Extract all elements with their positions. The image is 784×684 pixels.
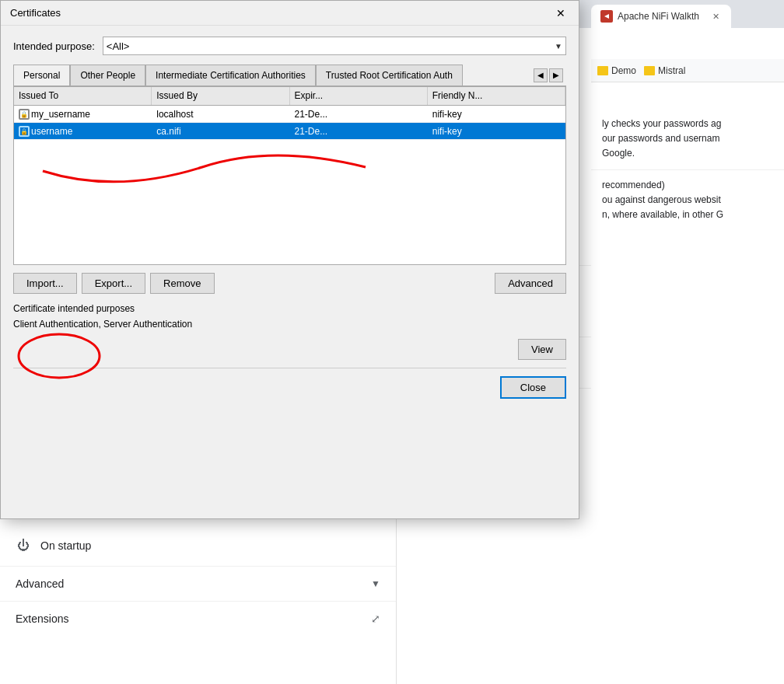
tab-intermediate-ca[interactable]: Intermediate Certification Authorities xyxy=(145,65,316,86)
extensions-item[interactable]: Extensions ⤢ xyxy=(0,602,396,636)
intended-purpose-value: <All> xyxy=(107,40,130,52)
certificate-icon: 🔒 xyxy=(19,109,30,120)
dropdown-arrow-icon: ▼ xyxy=(555,42,562,51)
cert-purposes-label: Certificate intended purposes xyxy=(13,303,566,314)
dialog-title: Certificates xyxy=(10,7,552,19)
tab-scroll-right[interactable]: ▶ xyxy=(549,68,563,82)
browser-tab[interactable]: Apache NiFi Walkth ✕ xyxy=(591,5,731,28)
cert-friendly-cell: nifi-key xyxy=(428,107,565,121)
cert-issued-to-cell: 🔒 username xyxy=(14,124,152,138)
cert-friendly-cell: nifi-key xyxy=(428,124,565,138)
dialog-content: Intended purpose: <All> ▼ Personal Other… xyxy=(1,26,579,410)
dialog-action-buttons: Import... Export... Remove Advanced xyxy=(13,273,566,294)
bg-text-1: ly checks your passwords ag xyxy=(602,117,773,131)
bg-text-6: n, where available, in other G xyxy=(602,208,773,222)
tab-other-people[interactable]: Other People xyxy=(70,65,145,86)
cert-expiry-cell: 21-De... xyxy=(290,124,428,138)
on-startup-item[interactable]: ⏻ On startup xyxy=(0,525,396,567)
certificates-dialog: Certificates ✕ Intended purpose: <All> ▼… xyxy=(0,0,579,519)
dialog-titlebar: Certificates ✕ xyxy=(1,1,579,26)
cert-row[interactable]: 🔒 username ca.nifi 21-De... nifi-key xyxy=(14,123,565,140)
intended-purpose-label: Intended purpose: xyxy=(13,40,95,52)
cert-issued-by-cell: localhost xyxy=(152,107,289,121)
bg-text-5: ou against dangerous websit xyxy=(602,193,773,208)
tab-trusted-root[interactable]: Trusted Root Certification Auth xyxy=(316,65,463,86)
col-issued-by: Issued By xyxy=(152,87,289,105)
cert-purposes-section: Certificate intended purposes Client Aut… xyxy=(13,303,566,330)
cert-expiry-cell: 21-De... xyxy=(290,107,428,121)
intended-purpose-row: Intended purpose: <All> ▼ xyxy=(13,37,566,55)
remove-button[interactable]: Remove xyxy=(150,273,214,294)
view-button-row: View xyxy=(13,339,566,360)
tab-favicon xyxy=(600,10,613,23)
folder-icon xyxy=(597,66,608,75)
close-button[interactable]: Close xyxy=(500,376,566,399)
certificate-icon: 🔒 xyxy=(19,126,30,137)
dialog-close-button[interactable]: ✕ xyxy=(552,5,569,22)
bookmark-mistral[interactable]: Mistral xyxy=(644,65,685,76)
cert-row[interactable]: 🔒 my_username localhost 21-De... nifi-ke… xyxy=(14,106,565,123)
bg-text-3: Google. xyxy=(602,146,773,161)
advanced-item[interactable]: Advanced ▼ xyxy=(0,567,396,602)
chevron-down-icon: ▼ xyxy=(371,578,380,589)
dialog-bottom-row: Close xyxy=(13,368,566,399)
tab-title: Apache NiFi Walkth xyxy=(618,11,699,22)
bookmark-label: Demo xyxy=(611,65,636,76)
col-friendly: Friendly N... xyxy=(428,87,565,105)
tab-personal[interactable]: Personal xyxy=(13,65,70,86)
external-link-icon: ⤢ xyxy=(371,612,380,625)
power-icon: ⏻ xyxy=(16,538,31,553)
cert-issued-by-cell: ca.nifi xyxy=(152,124,289,138)
bg-text-4: recommended) xyxy=(602,178,773,193)
view-button[interactable]: View xyxy=(518,339,566,360)
certificate-tabs: Personal Other People Intermediate Certi… xyxy=(13,65,566,86)
import-button[interactable]: Import... xyxy=(13,273,77,294)
intended-purpose-select[interactable]: <All> ▼ xyxy=(103,37,566,55)
bookmark-demo[interactable]: Demo xyxy=(597,65,636,76)
tab-scroll-controls: ◀ ▶ xyxy=(530,65,566,86)
extensions-label: Extensions xyxy=(16,612,68,625)
bg-text-2: our passwords and usernam xyxy=(602,131,773,146)
tab-close-button[interactable]: ✕ xyxy=(709,10,722,23)
cert-purposes-value: Client Authentication, Server Authentica… xyxy=(13,319,566,330)
cert-list-body: 🔒 my_username localhost 21-De... nifi-ke… xyxy=(14,106,565,264)
on-startup-label: On startup xyxy=(40,539,91,552)
advanced-label: Advanced xyxy=(16,578,64,590)
chrome-settings-area: ly checks your passwords ag our password… xyxy=(591,82,784,684)
bookmark-label: Mistral xyxy=(658,65,685,76)
export-button[interactable]: Export... xyxy=(82,273,145,294)
cert-list-header: Issued To Issued By Expir... Friendly N.… xyxy=(14,87,565,106)
cert-issued-to-cell: 🔒 my_username xyxy=(14,106,152,121)
bookmarks-bar: Demo Mistral xyxy=(591,59,784,82)
col-expiry: Expir... xyxy=(290,87,428,105)
tab-scroll-left[interactable]: ◀ xyxy=(534,68,548,82)
folder-icon xyxy=(644,66,655,75)
certificate-list: Issued To Issued By Expir... Friendly N.… xyxy=(13,86,566,265)
advanced-button[interactable]: Advanced xyxy=(495,273,566,294)
col-issued-to: Issued To xyxy=(14,87,152,105)
